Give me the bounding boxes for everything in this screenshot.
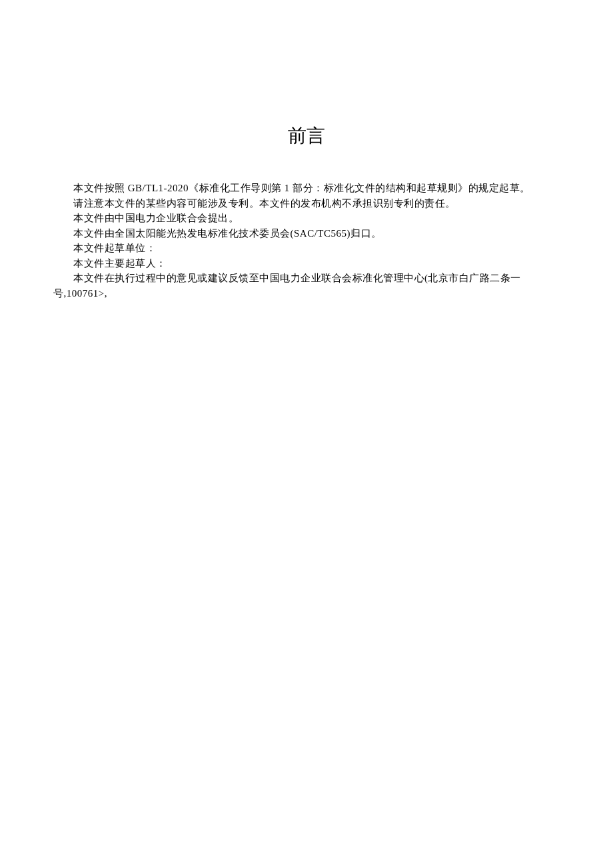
foreword-paragraph-1: 本文件按照 GB/TL1-2020《标准化工作导则第 1 部分：标准化文件的结构… [53, 181, 560, 196]
foreword-paragraph-2: 请注意本文件的某些内容可能涉及专利。本文件的发布机构不承担识别专利的责任。 [53, 196, 560, 211]
foreword-paragraph-6: 本文件主要起草人： [53, 256, 560, 271]
page-title: 前言 [53, 123, 560, 149]
foreword-paragraph-3: 本文件由中国电力企业联合会提出。 [53, 211, 560, 226]
document-page: 前言 本文件按照 GB/TL1-2020《标准化工作导则第 1 部分：标准化文件… [0, 0, 613, 301]
foreword-paragraph-7-continuation: 号,100761>, [53, 286, 560, 301]
foreword-paragraph-4: 本文件由全国太阳能光热发电标准化技术委员会(SAC/TC565)归口。 [53, 226, 560, 241]
foreword-paragraph-7: 本文件在执行过程中的意见或建议反馈至中国电力企业联合会标准化管理中心(北京市白广… [53, 271, 560, 286]
foreword-paragraph-5: 本文件起草单位： [53, 241, 560, 256]
